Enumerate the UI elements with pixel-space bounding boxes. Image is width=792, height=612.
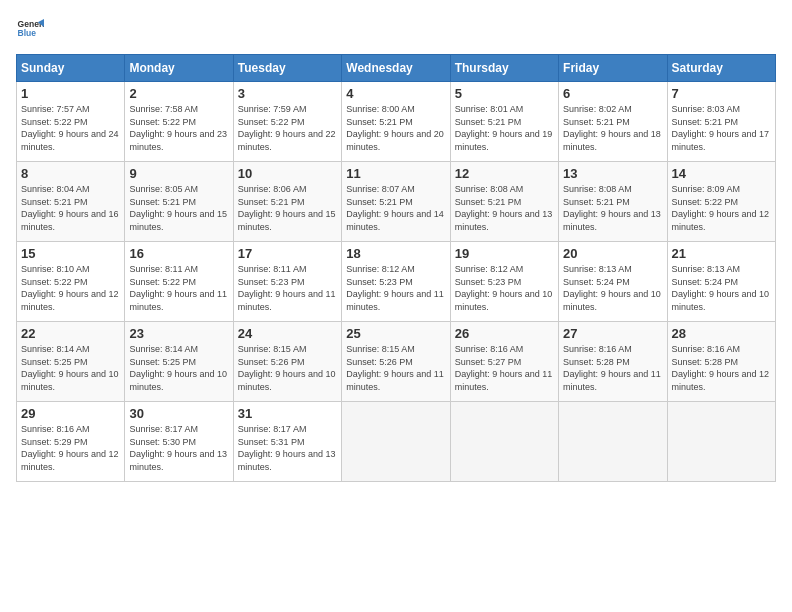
day-number: 26 — [455, 326, 554, 341]
calendar-week-1: 1Sunrise: 7:57 AMSunset: 5:22 PMDaylight… — [17, 82, 776, 162]
day-number: 25 — [346, 326, 445, 341]
day-number: 19 — [455, 246, 554, 261]
day-info: Sunrise: 8:02 AMSunset: 5:21 PMDaylight:… — [563, 103, 662, 153]
day-info: Sunrise: 8:15 AMSunset: 5:26 PMDaylight:… — [346, 343, 445, 393]
day-number: 18 — [346, 246, 445, 261]
day-info: Sunrise: 8:12 AMSunset: 5:23 PMDaylight:… — [455, 263, 554, 313]
day-info: Sunrise: 8:04 AMSunset: 5:21 PMDaylight:… — [21, 183, 120, 233]
calendar-cell: 19Sunrise: 8:12 AMSunset: 5:23 PMDayligh… — [450, 242, 558, 322]
day-info: Sunrise: 8:14 AMSunset: 5:25 PMDaylight:… — [21, 343, 120, 393]
day-number: 27 — [563, 326, 662, 341]
day-info: Sunrise: 7:57 AMSunset: 5:22 PMDaylight:… — [21, 103, 120, 153]
day-number: 7 — [672, 86, 771, 101]
day-info: Sunrise: 8:14 AMSunset: 5:25 PMDaylight:… — [129, 343, 228, 393]
calendar-cell: 8Sunrise: 8:04 AMSunset: 5:21 PMDaylight… — [17, 162, 125, 242]
column-header-friday: Friday — [559, 55, 667, 82]
day-number: 31 — [238, 406, 337, 421]
calendar-cell: 26Sunrise: 8:16 AMSunset: 5:27 PMDayligh… — [450, 322, 558, 402]
day-info: Sunrise: 7:58 AMSunset: 5:22 PMDaylight:… — [129, 103, 228, 153]
day-info: Sunrise: 8:05 AMSunset: 5:21 PMDaylight:… — [129, 183, 228, 233]
logo: General Blue — [16, 16, 44, 44]
calendar-cell: 15Sunrise: 8:10 AMSunset: 5:22 PMDayligh… — [17, 242, 125, 322]
day-number: 28 — [672, 326, 771, 341]
day-number: 24 — [238, 326, 337, 341]
day-info: Sunrise: 8:16 AMSunset: 5:29 PMDaylight:… — [21, 423, 120, 473]
calendar-cell: 4Sunrise: 8:00 AMSunset: 5:21 PMDaylight… — [342, 82, 450, 162]
column-header-saturday: Saturday — [667, 55, 775, 82]
calendar-week-5: 29Sunrise: 8:16 AMSunset: 5:29 PMDayligh… — [17, 402, 776, 482]
calendar-cell: 16Sunrise: 8:11 AMSunset: 5:22 PMDayligh… — [125, 242, 233, 322]
day-number: 30 — [129, 406, 228, 421]
logo-icon: General Blue — [16, 16, 44, 44]
calendar-cell: 30Sunrise: 8:17 AMSunset: 5:30 PMDayligh… — [125, 402, 233, 482]
day-number: 4 — [346, 86, 445, 101]
day-info: Sunrise: 8:08 AMSunset: 5:21 PMDaylight:… — [563, 183, 662, 233]
calendar-cell: 12Sunrise: 8:08 AMSunset: 5:21 PMDayligh… — [450, 162, 558, 242]
calendar-cell: 11Sunrise: 8:07 AMSunset: 5:21 PMDayligh… — [342, 162, 450, 242]
calendar-cell: 5Sunrise: 8:01 AMSunset: 5:21 PMDaylight… — [450, 82, 558, 162]
day-info: Sunrise: 8:06 AMSunset: 5:21 PMDaylight:… — [238, 183, 337, 233]
day-info: Sunrise: 8:09 AMSunset: 5:22 PMDaylight:… — [672, 183, 771, 233]
day-number: 11 — [346, 166, 445, 181]
day-info: Sunrise: 8:16 AMSunset: 5:27 PMDaylight:… — [455, 343, 554, 393]
day-info: Sunrise: 8:11 AMSunset: 5:23 PMDaylight:… — [238, 263, 337, 313]
day-number: 20 — [563, 246, 662, 261]
column-header-wednesday: Wednesday — [342, 55, 450, 82]
day-info: Sunrise: 8:00 AMSunset: 5:21 PMDaylight:… — [346, 103, 445, 153]
day-info: Sunrise: 8:17 AMSunset: 5:31 PMDaylight:… — [238, 423, 337, 473]
svg-text:Blue: Blue — [18, 28, 37, 38]
day-info: Sunrise: 8:11 AMSunset: 5:22 PMDaylight:… — [129, 263, 228, 313]
day-number: 21 — [672, 246, 771, 261]
day-info: Sunrise: 8:16 AMSunset: 5:28 PMDaylight:… — [672, 343, 771, 393]
calendar-cell: 10Sunrise: 8:06 AMSunset: 5:21 PMDayligh… — [233, 162, 341, 242]
calendar-cell: 2Sunrise: 7:58 AMSunset: 5:22 PMDaylight… — [125, 82, 233, 162]
calendar-cell: 18Sunrise: 8:12 AMSunset: 5:23 PMDayligh… — [342, 242, 450, 322]
day-number: 15 — [21, 246, 120, 261]
calendar-cell: 22Sunrise: 8:14 AMSunset: 5:25 PMDayligh… — [17, 322, 125, 402]
calendar-cell: 13Sunrise: 8:08 AMSunset: 5:21 PMDayligh… — [559, 162, 667, 242]
calendar-cell: 7Sunrise: 8:03 AMSunset: 5:21 PMDaylight… — [667, 82, 775, 162]
column-header-sunday: Sunday — [17, 55, 125, 82]
calendar-cell: 29Sunrise: 8:16 AMSunset: 5:29 PMDayligh… — [17, 402, 125, 482]
day-info: Sunrise: 8:16 AMSunset: 5:28 PMDaylight:… — [563, 343, 662, 393]
day-number: 9 — [129, 166, 228, 181]
calendar-cell: 28Sunrise: 8:16 AMSunset: 5:28 PMDayligh… — [667, 322, 775, 402]
day-number: 29 — [21, 406, 120, 421]
day-info: Sunrise: 7:59 AMSunset: 5:22 PMDaylight:… — [238, 103, 337, 153]
day-info: Sunrise: 8:12 AMSunset: 5:23 PMDaylight:… — [346, 263, 445, 313]
day-info: Sunrise: 8:17 AMSunset: 5:30 PMDaylight:… — [129, 423, 228, 473]
column-header-monday: Monday — [125, 55, 233, 82]
calendar-cell: 24Sunrise: 8:15 AMSunset: 5:26 PMDayligh… — [233, 322, 341, 402]
calendar-cell — [450, 402, 558, 482]
day-number: 13 — [563, 166, 662, 181]
day-number: 16 — [129, 246, 228, 261]
day-info: Sunrise: 8:08 AMSunset: 5:21 PMDaylight:… — [455, 183, 554, 233]
calendar-cell: 27Sunrise: 8:16 AMSunset: 5:28 PMDayligh… — [559, 322, 667, 402]
day-info: Sunrise: 8:03 AMSunset: 5:21 PMDaylight:… — [672, 103, 771, 153]
calendar-cell: 23Sunrise: 8:14 AMSunset: 5:25 PMDayligh… — [125, 322, 233, 402]
calendar-week-3: 15Sunrise: 8:10 AMSunset: 5:22 PMDayligh… — [17, 242, 776, 322]
calendar-cell: 3Sunrise: 7:59 AMSunset: 5:22 PMDaylight… — [233, 82, 341, 162]
day-number: 3 — [238, 86, 337, 101]
day-number: 5 — [455, 86, 554, 101]
calendar-cell: 31Sunrise: 8:17 AMSunset: 5:31 PMDayligh… — [233, 402, 341, 482]
day-number: 2 — [129, 86, 228, 101]
calendar-week-4: 22Sunrise: 8:14 AMSunset: 5:25 PMDayligh… — [17, 322, 776, 402]
day-info: Sunrise: 8:13 AMSunset: 5:24 PMDaylight:… — [563, 263, 662, 313]
calendar-cell: 17Sunrise: 8:11 AMSunset: 5:23 PMDayligh… — [233, 242, 341, 322]
column-header-thursday: Thursday — [450, 55, 558, 82]
day-info: Sunrise: 8:13 AMSunset: 5:24 PMDaylight:… — [672, 263, 771, 313]
day-number: 14 — [672, 166, 771, 181]
day-number: 17 — [238, 246, 337, 261]
day-number: 8 — [21, 166, 120, 181]
calendar-cell: 21Sunrise: 8:13 AMSunset: 5:24 PMDayligh… — [667, 242, 775, 322]
calendar-table: SundayMondayTuesdayWednesdayThursdayFrid… — [16, 54, 776, 482]
day-number: 6 — [563, 86, 662, 101]
calendar-cell — [667, 402, 775, 482]
calendar-cell: 6Sunrise: 8:02 AMSunset: 5:21 PMDaylight… — [559, 82, 667, 162]
calendar-cell: 9Sunrise: 8:05 AMSunset: 5:21 PMDaylight… — [125, 162, 233, 242]
column-header-tuesday: Tuesday — [233, 55, 341, 82]
calendar-cell: 14Sunrise: 8:09 AMSunset: 5:22 PMDayligh… — [667, 162, 775, 242]
calendar-cell: 20Sunrise: 8:13 AMSunset: 5:24 PMDayligh… — [559, 242, 667, 322]
calendar-cell — [342, 402, 450, 482]
